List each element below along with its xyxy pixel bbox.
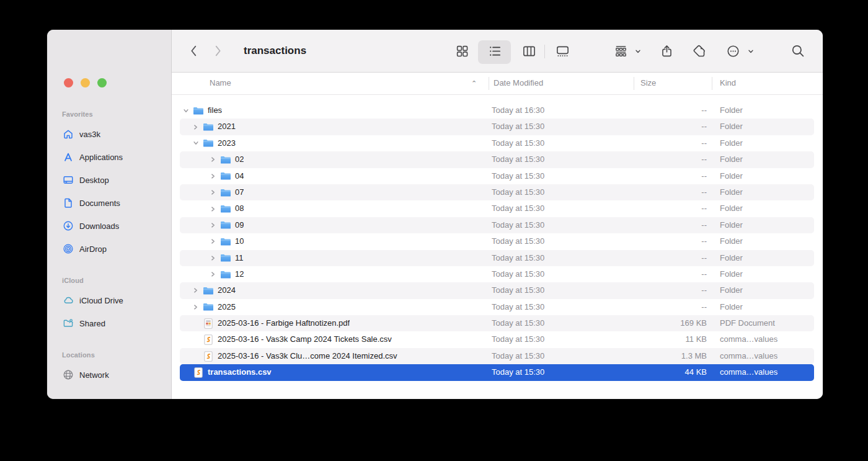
window-title: transactions bbox=[244, 45, 306, 57]
minimize-button[interactable] bbox=[81, 78, 90, 87]
sidebar-item-label: Documents bbox=[79, 199, 120, 208]
sidebar-item-applications[interactable]: Applications bbox=[61, 149, 165, 165]
file-row[interactable]: 2021Today at 15:30--Folder bbox=[180, 119, 814, 135]
disclosure-triangle-collapsed[interactable] bbox=[210, 255, 219, 261]
disclosure-triangle-collapsed[interactable] bbox=[193, 287, 202, 293]
file-row[interactable]: 2025Today at 15:30--Folder bbox=[180, 299, 814, 315]
kind-cell: comma…values bbox=[720, 364, 777, 380]
file-name: 2025 bbox=[218, 299, 236, 315]
sidebar-item-network[interactable]: Network bbox=[61, 367, 165, 383]
list-view-button[interactable] bbox=[487, 43, 502, 58]
folder-icon bbox=[219, 269, 231, 280]
file-row[interactable]: 07Today at 15:30--Folder bbox=[180, 184, 814, 200]
file-row[interactable]: 04Today at 15:30--Folder bbox=[180, 168, 814, 184]
kind-cell: comma…values bbox=[720, 331, 777, 347]
sidebar-item-documents[interactable]: Documents bbox=[61, 195, 165, 211]
folder-icon bbox=[202, 285, 214, 296]
group-button[interactable] bbox=[613, 43, 628, 58]
folder-icon bbox=[219, 154, 231, 165]
disclosure-triangle-expanded[interactable] bbox=[183, 107, 192, 114]
finder-window: Favoritesvas3kApplicationsDesktopDocumen… bbox=[47, 30, 823, 399]
group-chevron-icon[interactable] bbox=[634, 47, 642, 56]
column-separator[interactable] bbox=[712, 77, 712, 90]
sidebar-item-vas3k[interactable]: vas3k bbox=[61, 126, 165, 142]
close-button[interactable] bbox=[64, 78, 73, 87]
file-row[interactable]: 09Today at 15:30--Folder bbox=[180, 217, 814, 233]
sidebar-item-icloud-drive[interactable]: iCloud Drive bbox=[61, 292, 165, 308]
pdf-file-icon bbox=[202, 318, 214, 329]
disclosure-triangle-collapsed[interactable] bbox=[210, 156, 219, 163]
disclosure-triangle-collapsed[interactable] bbox=[210, 222, 219, 228]
folder-icon bbox=[219, 171, 231, 181]
zoom-button[interactable] bbox=[97, 78, 107, 87]
sidebar-item-downloads[interactable]: Downloads bbox=[61, 218, 165, 234]
name-cell: 07 bbox=[180, 184, 244, 200]
back-button[interactable] bbox=[187, 43, 202, 58]
name-cell: files bbox=[180, 102, 222, 119]
tags-button[interactable] bbox=[691, 43, 706, 58]
date-modified-cell: Today at 15:30 bbox=[492, 364, 544, 380]
forward-button[interactable] bbox=[210, 43, 225, 58]
file-name: 02 bbox=[235, 151, 244, 168]
column-separator[interactable] bbox=[489, 77, 489, 90]
group-icon bbox=[614, 44, 628, 58]
column-header-name[interactable]: Name bbox=[210, 73, 231, 94]
column-separator[interactable] bbox=[634, 77, 634, 90]
sidebar-section-header-favorites: Favorites bbox=[62, 109, 165, 119]
more-actions-button[interactable] bbox=[725, 43, 740, 58]
file-name: 10 bbox=[235, 233, 244, 249]
ellipsis-circle-icon bbox=[726, 44, 740, 58]
sidebar-item-airdrop[interactable]: AirDrop bbox=[61, 241, 165, 257]
documents-icon bbox=[62, 197, 74, 209]
sidebar-item-label: Shared bbox=[79, 319, 105, 328]
size-cell: -- bbox=[614, 168, 707, 184]
column-header-kind[interactable]: Kind bbox=[720, 73, 736, 94]
file-row[interactable]: filesToday at 16:30--Folder bbox=[180, 102, 814, 119]
file-row[interactable]: 2025-03-16 - Vas3k Camp 2024 Tickets Sal… bbox=[180, 331, 814, 347]
file-name: 04 bbox=[235, 168, 244, 184]
disclosure-triangle-collapsed[interactable] bbox=[193, 124, 202, 130]
file-row[interactable]: 10Today at 15:30--Folder bbox=[180, 233, 814, 249]
file-row-selected[interactable]: transactions.csvToday at 15:3044 KBcomma… bbox=[180, 364, 814, 380]
file-row[interactable]: 08Today at 15:30--Folder bbox=[180, 200, 814, 217]
column-view-button[interactable] bbox=[521, 43, 536, 58]
size-cell: 44 KB bbox=[614, 364, 707, 380]
gallery-icon bbox=[556, 44, 570, 58]
chevron-back-icon bbox=[187, 44, 201, 58]
file-row[interactable]: 02Today at 15:30--Folder bbox=[180, 151, 814, 168]
file-name: 2025-03-16 - Vas3k Camp 2024 Tickets Sal… bbox=[218, 331, 392, 347]
date-modified-cell: Today at 15:30 bbox=[492, 348, 544, 364]
file-name: files bbox=[208, 102, 222, 119]
search-button[interactable] bbox=[790, 43, 805, 58]
toolbar-divider bbox=[544, 45, 545, 58]
file-row[interactable]: 2025-03-16 - Vas3k Clu…come 2024 Itemize… bbox=[180, 348, 814, 364]
disclosure-triangle-collapsed[interactable] bbox=[210, 173, 219, 179]
gallery-view-button[interactable] bbox=[555, 43, 570, 58]
sort-ascending-icon: ⌃ bbox=[471, 73, 477, 94]
date-modified-cell: Today at 16:30 bbox=[492, 102, 544, 119]
disclosure-triangle-collapsed[interactable] bbox=[210, 206, 219, 212]
folder-icon bbox=[202, 138, 214, 148]
file-row[interactable]: 2024Today at 15:30--Folder bbox=[180, 282, 814, 298]
name-cell: 2025-03-16 - Vas3k Camp 2024 Tickets Sal… bbox=[180, 331, 392, 347]
file-row[interactable]: 2025-03-16 - Farbige Haftnotizen.pdfToda… bbox=[180, 315, 814, 331]
file-name: 2025-03-16 - Vas3k Clu…come 2024 Itemize… bbox=[218, 348, 397, 364]
column-header-date-modified[interactable]: Date Modified bbox=[494, 73, 543, 94]
size-cell: -- bbox=[614, 119, 707, 135]
sidebar-item-shared[interactable]: Shared bbox=[61, 315, 165, 331]
file-row[interactable]: 11Today at 15:30--Folder bbox=[180, 250, 814, 266]
disclosure-triangle-expanded[interactable] bbox=[193, 140, 202, 146]
share-button[interactable] bbox=[659, 43, 674, 58]
icon-view-button[interactable] bbox=[454, 43, 469, 58]
column-header-size[interactable]: Size bbox=[640, 73, 656, 94]
file-row[interactable]: 12Today at 15:30--Folder bbox=[180, 266, 814, 282]
disclosure-triangle-collapsed[interactable] bbox=[210, 271, 219, 277]
disclosure-triangle-collapsed[interactable] bbox=[210, 189, 219, 195]
disclosure-triangle-collapsed[interactable] bbox=[193, 304, 202, 310]
date-modified-cell: Today at 15:30 bbox=[492, 315, 544, 331]
file-row[interactable]: 2023Today at 15:30--Folder bbox=[180, 135, 814, 151]
disclosure-triangle-collapsed[interactable] bbox=[210, 238, 219, 244]
more-chevron-icon[interactable] bbox=[746, 47, 755, 56]
sidebar-item-desktop[interactable]: Desktop bbox=[61, 172, 165, 188]
file-name: 09 bbox=[235, 217, 244, 233]
